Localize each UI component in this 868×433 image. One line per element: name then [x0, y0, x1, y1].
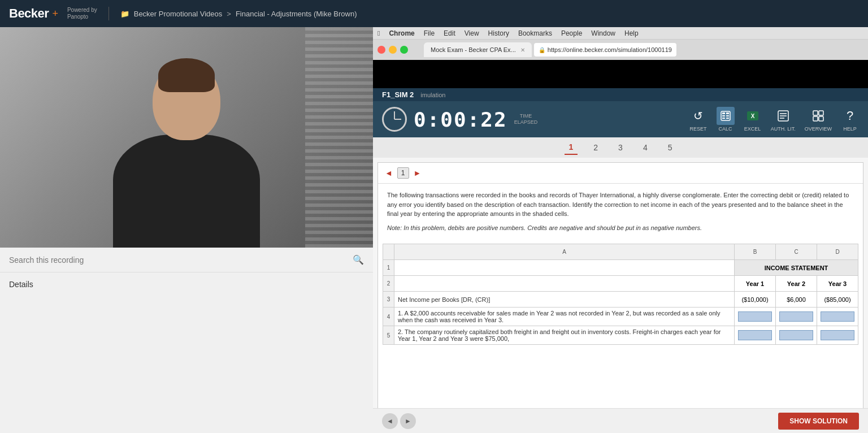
- window-close-btn[interactable]: [377, 46, 385, 54]
- income-statement-header: INCOME STATEMENT: [735, 260, 858, 276]
- topbar-divider: [108, 7, 109, 20]
- person-hair: [158, 58, 215, 92]
- input-5-d[interactable]: [821, 330, 854, 340]
- q-tab-3[interactable]: 3: [614, 141, 627, 154]
- breadcrumb-sep: >: [227, 10, 231, 18]
- details-section: Details: [0, 272, 373, 433]
- input-4-c[interactable]: [779, 311, 813, 322]
- q-body: The following transactions were recorded…: [378, 184, 863, 244]
- details-label[interactable]: Details: [9, 280, 33, 289]
- timer-row: 0:00:22 TIME ELAPSED ↺ RESET: [373, 101, 868, 137]
- search-icon[interactable]: 🔍: [353, 254, 364, 265]
- row-3-num: 3: [383, 292, 394, 308]
- right-panel:  Chrome File Edit View History Bookmark…: [373, 27, 868, 433]
- q-tab-2[interactable]: 2: [589, 141, 602, 154]
- q-tab-1[interactable]: 1: [565, 140, 578, 155]
- year1-header: Year 1: [735, 276, 776, 292]
- toolbar-icons: ↺ RESET: [689, 107, 859, 132]
- window-max-btn[interactable]: [400, 46, 408, 54]
- input-5-c[interactable]: [779, 330, 813, 340]
- page-prev-btn[interactable]: ◄: [382, 413, 398, 429]
- q-nav-right[interactable]: ►: [414, 168, 422, 177]
- input-4-b[interactable]: [738, 311, 772, 322]
- row-3-year2: $6,000: [776, 292, 817, 308]
- row-5-d[interactable]: [817, 326, 858, 345]
- menu-history[interactable]: History: [488, 29, 509, 37]
- menu-view[interactable]: View: [465, 29, 479, 37]
- breadcrumb-page: Financial - Adjustments (Mike Brown): [236, 10, 357, 18]
- menu-file[interactable]: File: [424, 29, 435, 37]
- row-1-num: 1: [383, 260, 394, 276]
- excel-label: EXCEL: [744, 126, 761, 132]
- tab-bar: Mock Exam - Becker CPA Ex... ✕: [424, 42, 532, 57]
- menu-bookmarks[interactable]: Bookmarks: [518, 29, 552, 37]
- q-tab-4[interactable]: 4: [639, 141, 652, 154]
- page-next-btn[interactable]: ►: [400, 413, 416, 429]
- input-4-d[interactable]: [821, 311, 854, 322]
- menu-apple[interactable]: : [377, 29, 380, 37]
- browser-tab[interactable]: Mock Exam - Becker CPA Ex... ✕: [424, 42, 532, 57]
- auth-lit-icon: [774, 107, 792, 125]
- calc-button[interactable]: CALC: [717, 107, 735, 132]
- q-nav-left[interactable]: ◄: [385, 168, 393, 177]
- year2-header: Year 2: [776, 276, 817, 292]
- table-row: 3 Net Income per Books [DR, (CR)] ($10,0…: [383, 292, 858, 308]
- presenter-shape: [113, 61, 260, 248]
- corner-cell: [383, 244, 394, 260]
- overview-label: OVERVIEW: [805, 126, 832, 132]
- row-4-c[interactable]: [776, 308, 817, 326]
- person-body: [113, 135, 260, 248]
- row-5-b[interactable]: [735, 326, 776, 345]
- bottom-nav: ◄ ► SHOW SOLUTION: [373, 408, 868, 433]
- input-5-b[interactable]: [738, 330, 772, 340]
- window-min-btn[interactable]: [389, 46, 397, 54]
- question-tabs: 1 2 3 4 5: [373, 137, 868, 158]
- presenter-bg: [0, 27, 373, 248]
- address-bar[interactable]: 🔒 https://online.becker.com/simulation/1…: [534, 43, 676, 57]
- reset-button[interactable]: ↺ RESET: [689, 107, 708, 132]
- calc-label: CALC: [719, 126, 732, 132]
- window-blinds: [305, 27, 373, 248]
- page-arrows: ◄ ►: [382, 413, 416, 429]
- row-5-c[interactable]: [776, 326, 817, 345]
- search-input[interactable]: [9, 256, 348, 265]
- logo: Becker+: [9, 6, 58, 21]
- reset-icon: ↺: [689, 107, 708, 125]
- auth-lit-label: AUTH. LIT.: [771, 126, 796, 132]
- table-row: 1 INCOME STATEMENT: [383, 260, 858, 276]
- breadcrumb-folder: Becker Promotional Videos: [134, 10, 223, 18]
- help-button[interactable]: ? HELP: [841, 107, 859, 132]
- auth-lit-button[interactable]: AUTH. LIT.: [771, 107, 796, 132]
- col-b-header: B: [735, 244, 776, 260]
- row-4-num: 4: [383, 308, 394, 326]
- sim-header: F1_SIM 2 imulation: [373, 88, 868, 101]
- menu-chrome[interactable]: Chrome: [389, 29, 414, 37]
- tab-close-btn[interactable]: ✕: [520, 47, 525, 53]
- sim-subtitle: imulation: [420, 92, 445, 98]
- menu-help[interactable]: Help: [624, 29, 639, 37]
- menu-window[interactable]: Window: [591, 29, 615, 37]
- q-tab-5[interactable]: 5: [663, 141, 677, 154]
- table-row: 2 Year 1 Year 2 Year 3: [383, 276, 858, 292]
- row-4-b[interactable]: [735, 308, 776, 326]
- help-label: HELP: [843, 126, 857, 132]
- reset-label: RESET: [690, 126, 707, 132]
- show-solution-button[interactable]: SHOW SOLUTION: [778, 413, 859, 430]
- q-nav-bar: ◄ 1 ►: [378, 163, 863, 184]
- menu-people[interactable]: People: [561, 29, 582, 37]
- row-5-label: 2. The company routinely capitalized bot…: [394, 326, 735, 345]
- svg-rect-3: [722, 115, 725, 116]
- excel-button[interactable]: X EXCEL: [744, 107, 762, 132]
- row-3-label: Net Income per Books [DR, (CR)]: [394, 292, 735, 308]
- col-a-header: A: [394, 244, 735, 260]
- address-text: https://online.becker.com/simulation/100…: [548, 46, 672, 53]
- excel-icon: X: [744, 107, 762, 125]
- mac-menubar:  Chrome File Edit View History Bookmark…: [373, 27, 868, 40]
- row-4-d[interactable]: [817, 308, 858, 326]
- left-panel: 🔍 Details: [0, 27, 373, 433]
- menu-edit[interactable]: Edit: [444, 29, 455, 37]
- overview-button[interactable]: OVERVIEW: [805, 107, 832, 132]
- overview-icon: [809, 107, 827, 125]
- powered-by: Powered by Panopto: [67, 7, 97, 20]
- svg-rect-15: [813, 116, 818, 121]
